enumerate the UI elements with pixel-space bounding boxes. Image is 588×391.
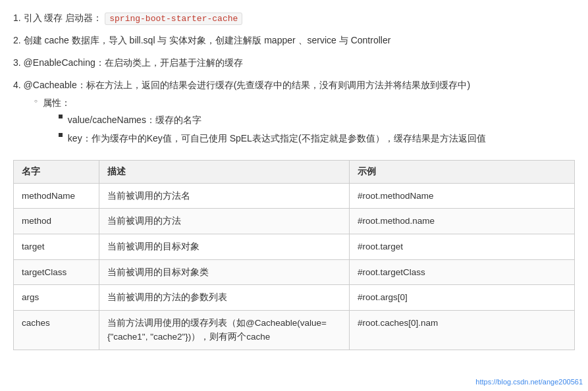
table-cell-desc: 当前被调用的目标对象类 xyxy=(99,259,350,285)
sub-bullet-list: value/cacheNames：缓存的名字 key：作为缓存中的Key值，可自… xyxy=(59,113,486,147)
table-cell-name: args xyxy=(14,285,99,311)
table-cell-desc: 当前方法调用使用的缓存列表（如@Cacheable(value={"cache1… xyxy=(99,310,350,350)
sub-bullet-item-0: value/cacheNames：缓存的名字 xyxy=(59,113,486,128)
table-cell-example: #root.args[0] xyxy=(350,285,575,311)
spel-table: 名字 描述 示例 methodName当前被调用的方法名#root.method… xyxy=(13,160,575,350)
table-cell-name: methodName xyxy=(14,183,99,209)
bullet-square-icon-1 xyxy=(59,133,63,137)
table-cell-desc: 当前被调用的方法的参数列表 xyxy=(99,285,350,311)
sub-bullet-text-1: key：作为缓存中的Key值，可自已使用 SpEL表达式指定(不指定就是参数值）… xyxy=(68,131,486,147)
table-cell-name: target xyxy=(14,234,99,260)
bullet-list: ○ 属性： value/cacheNames：缓存的名字 key：作为缓存中的K… xyxy=(34,95,575,149)
th-name: 名字 xyxy=(14,160,99,183)
sub-bullet-item-1: key：作为缓存中的Key值，可自已使用 SpEL表达式指定(不指定就是参数值）… xyxy=(59,131,486,147)
table-row: target当前被调用的目标对象#root.target xyxy=(14,234,575,260)
item-2-text: 创建 cache 数据库，导入 bill.sql 与 实体对象，创建注解版 ma… xyxy=(24,35,391,45)
list-item-2: 2. 创建 cache 数据库，导入 bill.sql 与 实体对象，创建注解版… xyxy=(13,33,575,49)
main-content: 1. 引入 缓存 启动器： spring-boot-starter-cache … xyxy=(13,11,575,350)
table-cell-example: #root.target xyxy=(350,234,575,260)
item-4-text: @Cacheable：标在方法上，返回的结果会进行缓存(先查缓存中的结果，没有则… xyxy=(24,80,470,90)
list-item-4: 4. @Cacheable：标在方法上，返回的结果会进行缓存(先查缓存中的结果，… xyxy=(13,78,575,149)
table-cell-example: #root.caches[0].nam xyxy=(350,310,575,350)
table-row: args当前被调用的方法的参数列表#root.args[0] xyxy=(14,285,575,311)
table-cell-example: #root.methodName xyxy=(350,183,575,209)
item-3-text: @EnableCaching：在启动类上，开启基于注解的缓存 xyxy=(24,57,243,68)
th-example: 示例 xyxy=(350,160,575,183)
list-item-3: 3. @EnableCaching：在启动类上，开启基于注解的缓存 xyxy=(13,55,575,71)
table-row: caches当前方法调用使用的缓存列表（如@Cacheable(value={"… xyxy=(14,310,575,350)
table-cell-desc: 当前被调用的目标对象 xyxy=(99,234,350,260)
table-row: methodName当前被调用的方法名#root.methodName xyxy=(14,183,575,209)
bullet-item-label: 属性： value/cacheNames：缓存的名字 key：作为缓存中的Key… xyxy=(43,95,486,149)
bullet-item-0: ○ 属性： value/cacheNames：缓存的名字 key：作为缓存中的K… xyxy=(34,95,575,149)
table-cell-example: #root.method.name xyxy=(350,209,575,234)
table-cell-desc: 当前被调用的方法名 xyxy=(99,183,350,209)
table-cell-desc: 当前被调用的方法 xyxy=(99,209,350,234)
table-cell-name: method xyxy=(14,209,99,234)
item-2-number: 2. xyxy=(13,35,24,45)
sub-bullet-text-0: value/cacheNames：缓存的名字 xyxy=(68,113,201,128)
item-1-code: spring-boot-starter-cache xyxy=(105,13,242,25)
bullet-square-icon-0 xyxy=(59,115,63,118)
table-cell-name: caches xyxy=(14,310,99,350)
table-row: method当前被调用的方法#root.method.name xyxy=(14,209,575,234)
table-cell-example: #root.targetClass xyxy=(350,259,575,285)
bullet-circle-icon: ○ xyxy=(34,97,38,106)
item-1-text-before: 引入 缓存 启动器： xyxy=(24,13,103,23)
table-header-row: 名字 描述 示例 xyxy=(14,160,575,183)
item-1-number: 1. xyxy=(13,13,24,23)
item-4-number: 4. xyxy=(13,80,24,90)
table-row: targetClass当前被调用的目标对象类#root.targetClass xyxy=(14,259,575,285)
watermark: https://blog.csdn.net/ange200561 xyxy=(475,378,583,386)
list-item-1: 1. 引入 缓存 启动器： spring-boot-starter-cache xyxy=(13,11,575,26)
item-3-number: 3. xyxy=(13,57,24,68)
th-desc: 描述 xyxy=(99,160,350,183)
table-cell-name: targetClass xyxy=(14,259,99,285)
